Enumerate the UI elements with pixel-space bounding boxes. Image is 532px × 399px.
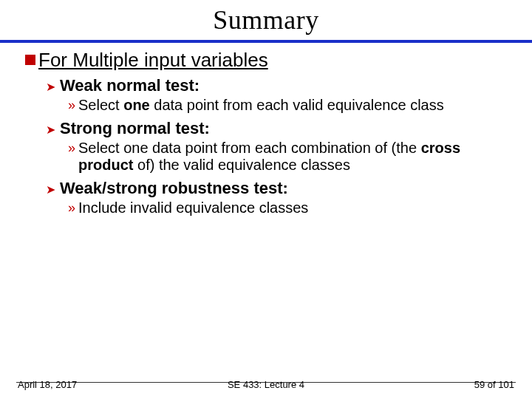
detail-text: Select one data point from each combinat…	[78, 140, 507, 174]
detail-text: Include invalid equivalence classes	[78, 200, 308, 217]
raquo-icon: »	[68, 140, 75, 156]
heading-row: For Multiple input variables	[25, 49, 514, 72]
detail-row: » Include invalid equivalence classes	[68, 200, 514, 217]
slide-content: For Multiple input variables ➤ Weak norm…	[0, 43, 532, 216]
detail-row: » Select one data point from each valid …	[68, 97, 514, 115]
detail-text: Select one data point from each valid eq…	[78, 97, 444, 115]
footer-page: 59 of 101	[474, 379, 514, 390]
section-label: Strong normal test:	[60, 119, 210, 138]
square-bullet-icon	[25, 55, 35, 65]
slide: Summary For Multiple input variables ➤ W…	[0, 0, 532, 399]
section-label: Weak normal test:	[60, 76, 200, 95]
raquo-icon: »	[68, 200, 75, 216]
detail-row: » Select one data point from each combin…	[68, 140, 514, 174]
slide-title: Summary	[0, 4, 532, 35]
heading-text: For Multiple input variables	[38, 49, 268, 72]
raquo-icon: »	[68, 98, 75, 113]
section-row: ➤ Weak/strong robustness test:	[46, 179, 514, 198]
arrow-icon: ➤	[46, 80, 55, 94]
arrow-icon: ➤	[46, 183, 55, 197]
footer: April 18, 2017 SE 433: Lecture 4 59 of 1…	[0, 377, 532, 393]
section-row: ➤ Weak normal test:	[46, 76, 514, 95]
footer-center: SE 433: Lecture 4	[0, 379, 532, 390]
arrow-icon: ➤	[46, 123, 55, 137]
section-row: ➤ Strong normal test:	[46, 119, 514, 138]
section-label: Weak/strong robustness test:	[60, 179, 288, 198]
